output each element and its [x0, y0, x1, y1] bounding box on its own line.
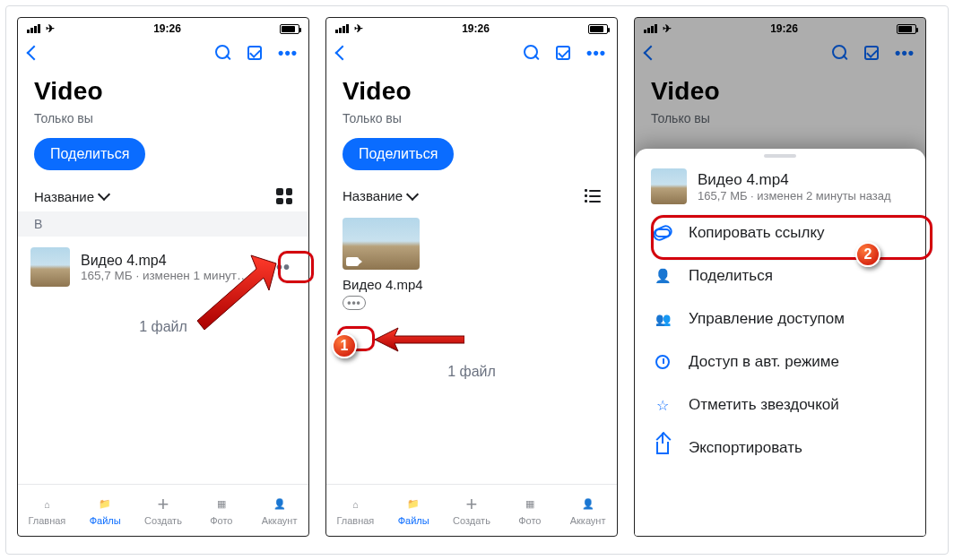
- file-thumbnail: [30, 247, 70, 287]
- tab-create[interactable]: +Создать: [134, 485, 193, 536]
- folder-title: Video: [343, 77, 601, 106]
- battery-icon: [280, 24, 299, 34]
- file-meta: 165,7 МБ · изменен 1 минута на..: [81, 269, 253, 282]
- search-icon[interactable]: [524, 45, 540, 61]
- chevron-down-icon: [98, 188, 110, 201]
- tab-account[interactable]: 👤Аккаунт: [559, 485, 617, 536]
- plus-icon: +: [158, 495, 169, 513]
- file-more-button-grid[interactable]: •••: [343, 296, 366, 310]
- airplane-mode-icon: ✈: [46, 22, 55, 35]
- menu-manage-access[interactable]: Управление доступом: [635, 297, 925, 340]
- action-sheet: Видео 4.mp4 165,7 МБ · изменен 2 минуты …: [635, 149, 925, 536]
- clock-icon: [653, 355, 672, 369]
- file-more-button[interactable]: •••: [264, 255, 296, 280]
- account-icon: 👤: [582, 495, 594, 513]
- select-icon[interactable]: [247, 46, 262, 60]
- tab-home[interactable]: ⌂Главная: [326, 485, 385, 536]
- battery-icon: [588, 24, 608, 34]
- people-icon: [653, 312, 672, 326]
- account-icon: 👤: [273, 495, 286, 513]
- video-badge-icon: [346, 257, 359, 266]
- screenshot-panel-1: ✈ 19:26 ••• Video Только вы Поделиться Н…: [17, 17, 309, 537]
- export-icon: [653, 442, 672, 454]
- back-button[interactable]: [29, 47, 39, 58]
- sort-label: Название: [34, 189, 94, 204]
- search-icon[interactable]: [215, 45, 231, 61]
- view-list-toggle[interactable]: [585, 190, 601, 202]
- view-grid-toggle[interactable]: [276, 188, 292, 204]
- photo-icon: ▦: [217, 495, 226, 513]
- tab-files[interactable]: 📁Файлы: [76, 485, 134, 536]
- section-header: В: [18, 211, 308, 237]
- sort-dropdown[interactable]: Название: [343, 188, 417, 203]
- sort-label: Название: [343, 188, 403, 203]
- tab-bar: ⌂Главная 📁Файлы +Создать ▦Фото 👤Аккаунт: [18, 484, 308, 536]
- chevron-down-icon: [406, 187, 419, 200]
- screenshot-panel-2: ✈ 19:26 ••• Video Только вы Поделиться Н…: [325, 17, 618, 537]
- status-bar: ✈ 19:26: [18, 18, 308, 39]
- sheet-thumbnail: [651, 168, 687, 204]
- home-icon: ⌂: [352, 495, 359, 513]
- back-button[interactable]: [337, 47, 348, 58]
- menu-share[interactable]: Поделиться: [635, 254, 925, 297]
- signal-icon: [27, 24, 40, 33]
- home-icon: ⌂: [44, 495, 50, 513]
- link-icon: [653, 228, 672, 237]
- menu-export[interactable]: Экспортировать: [635, 426, 925, 470]
- folder-subtitle: Только вы: [343, 111, 601, 125]
- star-icon: ☆: [653, 397, 672, 414]
- plus-icon: +: [466, 495, 478, 513]
- status-time: 19:26: [153, 22, 181, 35]
- screenshot-panel-3: ✈ 19:26 ••• Video Только вы: [634, 17, 926, 537]
- tab-photo[interactable]: ▦Фото: [192, 485, 250, 536]
- tab-home[interactable]: ⌂Главная: [18, 485, 76, 536]
- status-bar: ✈ 19:26: [326, 18, 617, 39]
- select-icon[interactable]: [556, 46, 570, 60]
- folder-icon: 📁: [407, 495, 420, 513]
- share-button[interactable]: Поделиться: [34, 138, 145, 170]
- file-thumbnail-grid[interactable]: [343, 218, 420, 270]
- file-name: Видео 4.mp4: [81, 253, 253, 269]
- file-name: Видео 4.mp4: [343, 277, 601, 292]
- tab-bar: ⌂Главная 📁Файлы +Создать ▦Фото 👤Аккаунт: [326, 484, 617, 536]
- signal-icon: [335, 24, 349, 33]
- header-more-icon[interactable]: •••: [278, 48, 298, 57]
- file-row[interactable]: Видео 4.mp4 165,7 МБ · изменен 1 минута …: [18, 237, 308, 297]
- menu-star[interactable]: ☆Отметить звездочкой: [635, 383, 925, 426]
- photo-icon: ▦: [525, 495, 534, 513]
- status-time: 19:26: [462, 22, 490, 35]
- tab-photo[interactable]: ▦Фото: [500, 485, 559, 536]
- tab-account[interactable]: 👤Аккаунт: [250, 485, 308, 536]
- folder-icon: 📁: [99, 495, 111, 513]
- folder-subtitle: Только вы: [34, 111, 292, 125]
- header-more-icon[interactable]: •••: [586, 48, 606, 57]
- sort-dropdown[interactable]: Название: [34, 189, 108, 204]
- folder-title: Video: [34, 77, 292, 106]
- share-button[interactable]: Поделиться: [343, 138, 454, 170]
- tab-create[interactable]: +Создать: [443, 485, 501, 536]
- airplane-mode-icon: ✈: [354, 22, 363, 35]
- menu-offline[interactable]: Доступ в авт. режиме: [635, 340, 925, 383]
- file-count: 1 файл: [18, 319, 308, 335]
- person-plus-icon: [653, 268, 672, 284]
- tab-files[interactable]: 📁Файлы: [385, 485, 443, 536]
- menu-copy-link[interactable]: Копировать ссылку: [635, 211, 925, 254]
- sheet-file-name: Видео 4.mp4: [698, 171, 909, 189]
- sheet-file-meta: 165,7 МБ · изменен 2 минуты назад: [698, 189, 909, 202]
- sheet-grabber[interactable]: [764, 154, 796, 158]
- file-count: 1 файл: [326, 364, 617, 380]
